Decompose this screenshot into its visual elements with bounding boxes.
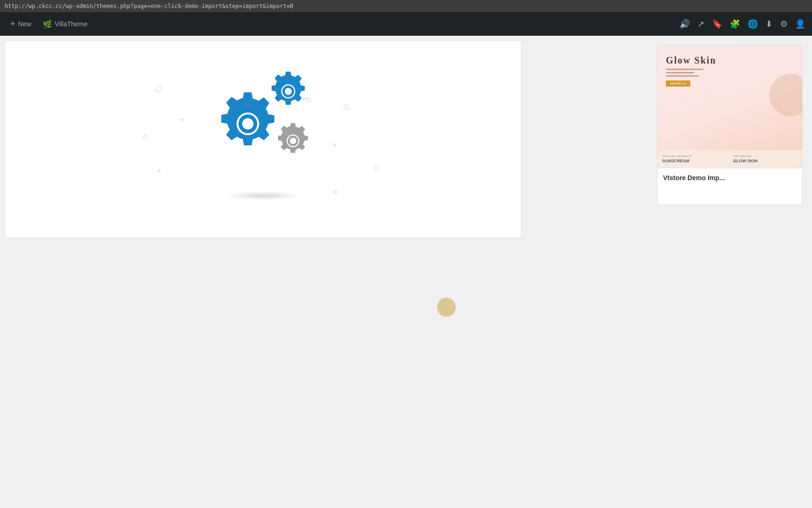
svg-point-1 xyxy=(283,87,293,96)
mouse-cursor xyxy=(437,298,456,317)
decor-line-3 xyxy=(666,75,699,77)
small-gray-gear xyxy=(273,120,315,163)
glow-skin-label: GLOW SKIN xyxy=(733,159,797,163)
svg-point-0 xyxy=(240,116,255,131)
admin-bar: + New 🌿 VillaTheme 🔊 ↗ 🔖 🧩 🌐 ⬇ ⚙ 👤 xyxy=(0,12,812,36)
extension-icon[interactable]: 🧩 xyxy=(728,17,742,31)
decor-dot-6 xyxy=(333,190,337,194)
import-panel: ✦ ✦ ✦ ✦ xyxy=(5,40,522,238)
star-decor-3: ✦ xyxy=(180,116,185,124)
decor-dot-3 xyxy=(344,104,349,110)
decor-dot-4 xyxy=(143,135,148,140)
glow-skin-title: Glow Skin xyxy=(666,55,794,66)
share-icon[interactable]: ↗ xyxy=(695,17,706,31)
download-icon[interactable]: ⬇ xyxy=(764,17,774,31)
decor-dot-5 xyxy=(374,166,379,170)
star-decor-4: ✦ xyxy=(156,167,162,175)
adminbar-right: 🔊 ↗ 🔖 🧩 🌐 ⬇ ⚙ 👤 xyxy=(678,17,807,31)
speaker-icon[interactable]: 🔊 xyxy=(678,17,692,31)
decor-line-1 xyxy=(666,69,703,70)
demo-card-title: Vtstore Demo Imp... xyxy=(657,168,802,187)
svg-point-2 xyxy=(289,136,297,145)
new-label: New xyxy=(18,20,31,28)
search-button: SEARCH xyxy=(666,80,690,87)
bookmark-icon[interactable]: 🔖 xyxy=(710,17,724,31)
leaf-icon: 🌿 xyxy=(43,20,52,29)
medium-blue-gear xyxy=(265,69,312,116)
product-card-1: SPECIAL PRODUCT SUNSCREAM xyxy=(660,153,728,165)
globe-icon[interactable]: 🌐 xyxy=(746,17,760,31)
gears-animation xyxy=(193,64,334,214)
villatheme-label: VillaTheme xyxy=(55,20,88,28)
product-card-2: TOP BRAND GLOW SKIN xyxy=(731,153,799,165)
demo-sidebar-panel: Glow Skin SEARCH SPECIAL PRODUCT SUNSCRE… xyxy=(657,45,803,205)
new-menu-item[interactable]: + New xyxy=(5,12,37,36)
decor-dot-1 xyxy=(156,86,162,92)
top-brand-label: TOP BRAND xyxy=(733,155,797,158)
url-bar: http://wp.ckcc.cc/wp-admin/themes.php?pa… xyxy=(0,0,812,12)
url-text: http://wp.ckcc.cc/wp-admin/themes.php?pa… xyxy=(5,3,293,9)
sunscream-label: SUNSCREAM xyxy=(662,159,726,163)
decor-line-2 xyxy=(666,72,694,73)
demo-preview-image: Glow Skin SEARCH SPECIAL PRODUCT SUNSCRE… xyxy=(657,46,802,168)
person-icon[interactable]: 👤 xyxy=(793,17,807,31)
special-product-label: SPECIAL PRODUCT xyxy=(662,155,726,158)
product-bottom-strip: SPECIAL PRODUCT SUNSCREAM TOP BRAND GLOW… xyxy=(657,150,802,168)
settings-icon[interactable]: ⚙ xyxy=(778,17,789,31)
gear-shadow xyxy=(226,191,301,200)
villatheme-menu-item[interactable]: 🌿 VillaTheme xyxy=(37,12,94,36)
plus-icon: + xyxy=(10,19,16,29)
